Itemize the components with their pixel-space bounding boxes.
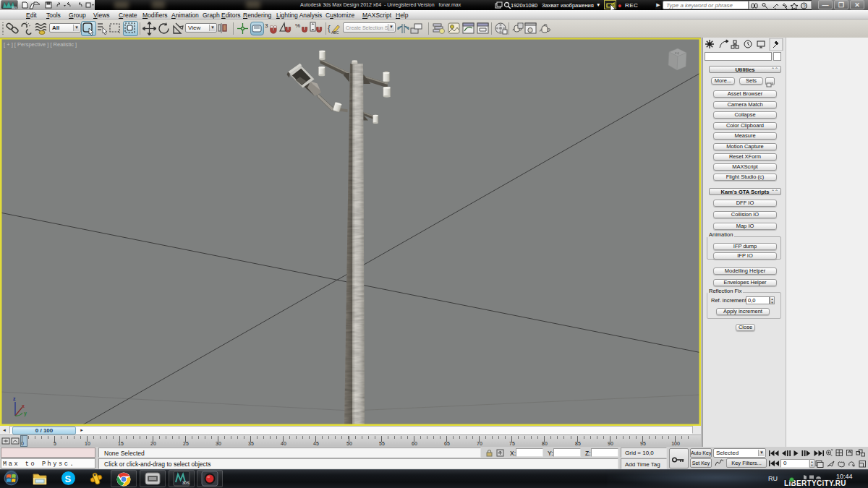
- svg-text:top: top: [675, 51, 680, 55]
- svg-text:[ + ] [ Perspective ] [ Realis: [ + ] [ Perspective ] [ Realistic ]: [4, 41, 77, 48]
- svg-text:{: {: [328, 24, 331, 33]
- svg-text:3DS: 3DS: [182, 481, 190, 485]
- svg-text:S: S: [65, 474, 72, 484]
- svg-text:ABC: ABC: [331, 30, 339, 35]
- svg-text:y: y: [24, 411, 27, 416]
- svg-text:z: z: [13, 396, 16, 401]
- svg-text:?: ?: [803, 4, 806, 9]
- svg-text:3DS: 3DS: [12, 6, 17, 9]
- svg-text:%: %: [295, 22, 300, 29]
- svg-text:x: x: [22, 403, 25, 408]
